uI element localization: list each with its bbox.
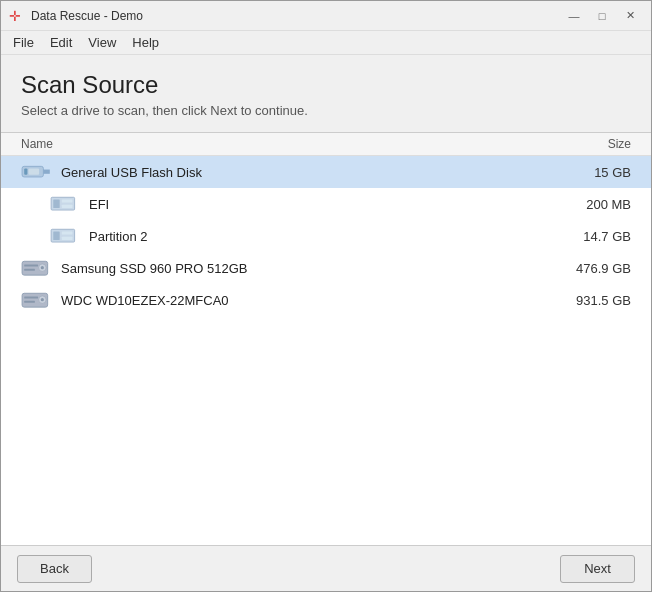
svg-rect-5 (53, 200, 59, 209)
header-section: Scan Source Select a drive to scan, then… (1, 55, 651, 133)
drive-size-efi: 200 MB (561, 197, 631, 212)
drive-name-partition2: Partition 2 (89, 229, 561, 244)
drive-size-wdc: 931.5 GB (561, 293, 631, 308)
svg-rect-15 (24, 265, 38, 267)
svg-rect-2 (24, 169, 27, 175)
main-window: ✛ Data Rescue - Demo — □ ✕ File Edit Vie… (0, 0, 652, 592)
next-button[interactable]: Next (560, 555, 635, 583)
table-header: Name Size (1, 133, 651, 156)
drive-list: General USB Flash Disk 15 GB EFI 200 MB (1, 156, 651, 545)
wdc-hdd-icon (21, 290, 53, 310)
drive-size-usb: 15 GB (561, 165, 631, 180)
usb-drive-icon (21, 162, 53, 182)
svg-rect-21 (24, 301, 35, 303)
col-size-header: Size (608, 137, 631, 151)
drive-name-wdc: WDC WD10EZEX-22MFCA0 (61, 293, 561, 308)
svg-rect-9 (53, 232, 59, 241)
drive-item-efi[interactable]: EFI 200 MB (1, 188, 651, 220)
partition-efi-icon (49, 194, 81, 214)
menu-help[interactable]: Help (124, 33, 167, 52)
drive-item-usb[interactable]: General USB Flash Disk 15 GB (1, 156, 651, 188)
svg-rect-10 (62, 232, 73, 235)
drive-item-wdc[interactable]: WDC WD10EZEX-22MFCA0 931.5 GB (1, 284, 651, 316)
title-bar: ✛ Data Rescue - Demo — □ ✕ (1, 1, 651, 31)
col-name-header: Name (21, 137, 53, 151)
back-button[interactable]: Back (17, 555, 92, 583)
page-subtitle: Select a drive to scan, then click Next … (21, 103, 631, 118)
menu-file[interactable]: File (5, 33, 42, 52)
menu-view[interactable]: View (80, 33, 124, 52)
drive-name-samsung: Samsung SSD 960 PRO 512GB (61, 261, 561, 276)
drive-name-usb: General USB Flash Disk (61, 165, 561, 180)
svg-point-14 (41, 266, 44, 269)
menu-bar: File Edit View Help (1, 31, 651, 55)
samsung-ssd-icon (21, 258, 53, 278)
svg-point-19 (41, 298, 44, 301)
footer: Back Next (1, 545, 651, 591)
svg-rect-7 (62, 205, 73, 208)
partition2-icon (49, 226, 81, 246)
app-icon: ✛ (9, 8, 25, 24)
svg-rect-3 (28, 169, 39, 175)
svg-rect-6 (62, 200, 73, 203)
svg-rect-11 (62, 237, 73, 240)
minimize-button[interactable]: — (561, 6, 587, 26)
window-controls: — □ ✕ (561, 6, 643, 26)
window-title: Data Rescue - Demo (31, 9, 561, 23)
svg-rect-20 (24, 297, 38, 299)
content-area: Name Size General USB Flash Disk 15 GB (1, 133, 651, 545)
drive-item-partition2[interactable]: Partition 2 14.7 GB (1, 220, 651, 252)
drive-item-samsung[interactable]: Samsung SSD 960 PRO 512GB 476.9 GB (1, 252, 651, 284)
svg-rect-1 (43, 170, 49, 174)
drive-size-partition2: 14.7 GB (561, 229, 631, 244)
menu-edit[interactable]: Edit (42, 33, 80, 52)
maximize-button[interactable]: □ (589, 6, 615, 26)
drive-name-efi: EFI (89, 197, 561, 212)
svg-rect-16 (24, 269, 35, 271)
close-button[interactable]: ✕ (617, 6, 643, 26)
drive-size-samsung: 476.9 GB (561, 261, 631, 276)
page-title: Scan Source (21, 71, 631, 99)
